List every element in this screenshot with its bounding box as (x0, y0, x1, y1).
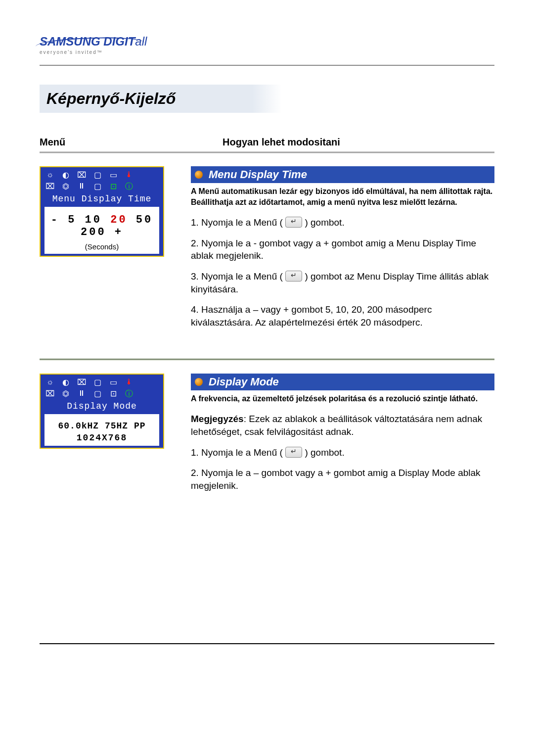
brightness-icon: ☼ (44, 170, 55, 180)
page: SAMSUNG DIGITall everyone's invited™ Kép… (0, 0, 534, 674)
page-title: Képernyő-Kijelző (46, 90, 176, 107)
osd1-v3-selected: 20 (110, 214, 127, 226)
header-rule-bot (40, 153, 494, 153)
section-separator (40, 359, 494, 361)
info-icon: ⓘ (124, 389, 134, 399)
page-title-fade (252, 85, 494, 113)
brightness-icon: ☼ (44, 378, 55, 387)
logo-word: DIGIT (103, 35, 135, 48)
osd-box-1: ☼ ◐ ⌧ ▢ ▭ 🌡 ⌧ ⏣ ⏸ ▢ ⊡ ⓘ Menu Display Tim… (40, 166, 164, 257)
osd1-icons-row1: ☼ ◐ ⌧ ▢ ▭ 🌡 (44, 170, 159, 180)
note-label: Megjegyzés (191, 414, 244, 424)
section-display-mode: ☼ ◐ ⌧ ▢ ▭ 🌡 ⌧ ⏣ ⏸ ▢ ⊡ ⓘ Display Mode (40, 374, 494, 500)
osd1-panel: - 5 10 20 50 200 + (Seconds) (44, 207, 159, 254)
contrast-icon: ◐ (60, 378, 71, 387)
section2-note: Megjegyzés: Ezek az ablakok a beállitáso… (191, 413, 494, 438)
logo-brand: SAMSUNG (40, 35, 100, 48)
osd2-line2: 1024X768 (47, 433, 156, 443)
lock-icon: ⌧ (76, 170, 87, 180)
menu-button-icon (285, 447, 302, 458)
osd2-icons-row1: ☼ ◐ ⌧ ▢ ▭ 🌡 (44, 378, 159, 387)
section2-intro: A frekvencia, az üzemeltető jelzések pol… (191, 393, 494, 404)
section1-step4: 4. Használja a – vagy + gombot 5, 10, 20… (191, 303, 494, 329)
degauss-icon: ⏸ (76, 389, 87, 399)
s1-step1a: 1. Nyomja le a Menű ( (191, 217, 285, 228)
degauss-icon: ⏸ (76, 182, 87, 192)
section1-steps: 1. Nyomja le a Menű ( ) gombot. 2. Nyomj… (191, 216, 494, 329)
header-divider (40, 65, 494, 66)
osd1-v1: 5 (68, 214, 76, 226)
brand-logo: SAMSUNG DIGITall everyone's invited™ (40, 35, 494, 55)
osd1-v4: 50 (136, 214, 153, 226)
section1-intro: A Menű automatikusan lezár egy bizonyos … (191, 186, 494, 207)
col-header-menu: Menű (40, 137, 178, 148)
page-title-bar: Képernyő-Kijelző (40, 85, 494, 113)
s2-step1a: 1. Nyomja le a Menű ( (191, 447, 285, 458)
temp-icon: 🌡 (124, 378, 134, 387)
footer-rule (40, 643, 494, 644)
section1-step2: 2. Nyomja le a - gombot vagy a + gombot … (191, 237, 494, 262)
s1-step1b: ) gombot. (305, 217, 344, 228)
info-icon: ⓘ (124, 182, 134, 192)
section1-step3: 3. Nyomja le a Menű ( ) gombot az Menu D… (191, 270, 494, 295)
osd2-title: Display Mode (44, 401, 159, 411)
position-icon: ▢ (92, 170, 103, 180)
section2-step2: 2. Nyomja le a – gombot vagy a + gombot … (191, 467, 494, 492)
brand-tagline: everyone's invited™ (40, 49, 494, 55)
column-headers: Menű Hogyan lehet modositani (40, 137, 494, 148)
osd1-v5: 200 (81, 226, 106, 238)
section1-title: Menu Display Time (209, 168, 307, 181)
section1-step1: 1. Nyomja le a Menű ( ) gombot. (191, 216, 494, 229)
section2-steps: Megjegyzés: Ezek az ablakok a beállitáso… (191, 413, 494, 492)
timer-icon: ⊡ (108, 182, 119, 192)
logo-suffix: all (135, 35, 147, 48)
osd2-panel: 60.0kHZ 75HZ PP 1024X768 (44, 414, 159, 446)
section2-title-bar: Display Mode (191, 374, 494, 390)
bullet-icon (195, 378, 203, 386)
geometry-icon: ⌧ (44, 182, 55, 192)
position-icon: ▢ (92, 378, 103, 387)
menu-button-icon (285, 271, 302, 282)
size-icon: ▭ (108, 170, 119, 180)
osd1-title: Menu Display Time (44, 194, 159, 204)
osd2-icons-row2: ⌧ ⏣ ⏸ ▢ ⊡ ⓘ (44, 389, 159, 399)
lock-icon: ⌧ (76, 378, 87, 387)
section2-step1: 1. Nyomja le a Menű ( ) gombot. (191, 446, 494, 459)
bullet-icon (195, 171, 203, 179)
col-header-how: Hogyan lehet modositani (178, 137, 494, 148)
timer-icon: ⊡ (108, 389, 119, 399)
osd1-minus: - (51, 214, 59, 226)
recall-icon: ⏣ (60, 389, 71, 399)
s1-step3a: 3. Nyomja le a Menű ( (191, 271, 285, 282)
section1-title-bar: Menu Display Time (191, 166, 494, 183)
s2-step1b: ) gombot. (305, 447, 344, 458)
recall-icon: ⏣ (60, 182, 71, 192)
header-rule-top (40, 152, 494, 152)
temp-icon: 🌡 (124, 170, 134, 180)
section-menu-display-time: ☼ ◐ ⌧ ▢ ▭ 🌡 ⌧ ⏣ ⏸ ▢ ⊡ ⓘ Menu Display Tim… (40, 166, 494, 337)
osd1-values: - 5 10 20 50 200 + (47, 214, 156, 238)
section2-title: Display Mode (209, 376, 279, 388)
page-title-bg: Képernyő-Kijelző (40, 85, 252, 113)
menu-button-icon (285, 217, 302, 228)
section2-right: Display Mode A frekvencia, az üzemeltető… (191, 374, 494, 500)
contrast-icon: ◐ (60, 170, 71, 180)
size-icon: ▭ (108, 378, 119, 387)
brand-logo-text: SAMSUNG DIGITall (40, 35, 147, 48)
screen-icon: ▢ (92, 389, 103, 399)
osd1-plus: + (115, 226, 123, 238)
osd1-v2: 10 (85, 214, 102, 226)
osd1-icons-row2: ⌧ ⏣ ⏸ ▢ ⊡ ⓘ (44, 182, 159, 192)
osd-screenshot-2: ☼ ◐ ⌧ ▢ ▭ 🌡 ⌧ ⏣ ⏸ ▢ ⊡ ⓘ Display Mode (40, 374, 178, 449)
section1-right: Menu Display Time A Menű automatikusan l… (191, 166, 494, 337)
osd-box-2: ☼ ◐ ⌧ ▢ ▭ 🌡 ⌧ ⏣ ⏸ ▢ ⊡ ⓘ Display Mode (40, 374, 164, 449)
screen-icon: ▢ (92, 182, 103, 192)
osd-screenshot-1: ☼ ◐ ⌧ ▢ ▭ 🌡 ⌧ ⏣ ⏸ ▢ ⊡ ⓘ Menu Display Tim… (40, 166, 178, 257)
osd1-units: (Seconds) (47, 242, 156, 251)
geometry-icon: ⌧ (44, 389, 55, 399)
osd2-line1: 60.0kHZ 75HZ PP (47, 421, 156, 431)
